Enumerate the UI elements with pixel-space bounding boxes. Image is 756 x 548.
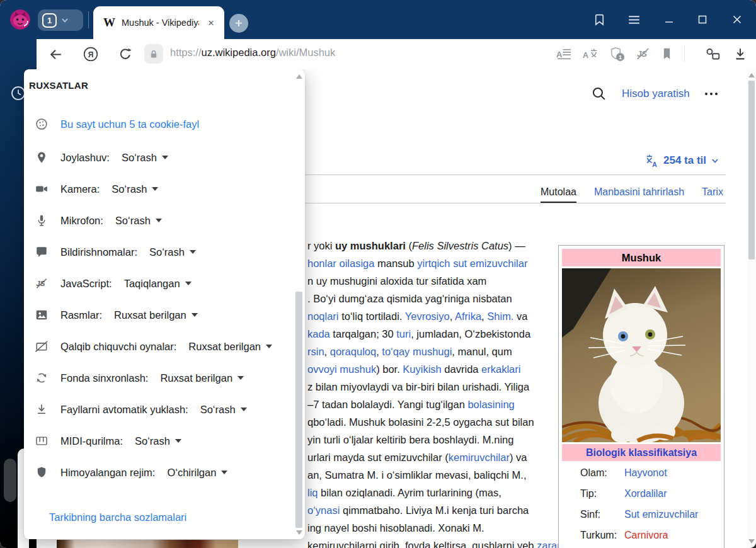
article-text: ,	[376, 346, 382, 357]
translate-icon[interactable]: A	[583, 46, 598, 62]
wiki-tab-manbasini-tahrirlash[interactable]: Manbasini tahrirlash	[594, 186, 684, 203]
window-minimize-button[interactable]	[663, 13, 675, 26]
permission-row: MIDI-qurilma:So‘rash	[35, 433, 181, 449]
article-link[interactable]: kemiruvchilar	[449, 452, 510, 463]
address-bar-url[interactable]: https://uz.wikipedia.org/wiki/Mushuk	[170, 47, 335, 59]
reader-mode-icon[interactable]: A	[556, 46, 572, 62]
taxobox-row-link[interactable]: Carnivora	[624, 530, 668, 544]
article-line: urlari mayda sut emizuvchilar (kemiruvch…	[307, 448, 527, 466]
permission-value-dropdown[interactable]: So‘rash	[149, 246, 196, 258]
wiki-tab-mutolaa[interactable]: Mutolaa	[541, 186, 576, 203]
dropdown-caret-icon	[241, 408, 247, 411]
permission-value-dropdown[interactable]: So‘rash	[115, 215, 162, 227]
permission-value-dropdown[interactable]: Ruxsat berilgan	[114, 309, 198, 321]
popup-window-icon	[35, 340, 49, 353]
protect-shield-icon[interactable]: 1	[609, 46, 624, 62]
permission-value-dropdown[interactable]: Ruxsat berilgan	[160, 372, 244, 384]
permission-value-dropdown[interactable]: So‘rash	[135, 435, 181, 447]
reload-button[interactable]	[117, 46, 134, 62]
article-link[interactable]: rsin	[307, 346, 324, 357]
article-text: . Bo‘yi dumg‘aza qismida yag‘riniga nisb…	[307, 293, 512, 304]
content-divider-top	[296, 174, 726, 175]
back-button[interactable]	[48, 47, 64, 62]
article-link[interactable]: qoraquloq	[330, 346, 376, 357]
page-scrollbar[interactable]	[747, 69, 756, 548]
article-link[interactable]: turi	[396, 328, 411, 340]
collections-bookmark-icon[interactable]	[592, 12, 607, 28]
toolbar-separator	[684, 47, 685, 62]
article-link[interactable]: Shim.	[487, 311, 513, 322]
new-tab-button[interactable]: +	[229, 14, 248, 33]
taxobox-row-link[interactable]: Xordalilar	[624, 488, 667, 502]
tab-group-counter[interactable]: 1	[38, 9, 83, 31]
article-link[interactable]: bolasining	[467, 399, 514, 410]
browser-tab-mushuk[interactable]: W Mushuk - Vikipediya ×	[93, 6, 224, 39]
bookmark-flag-icon[interactable]	[659, 46, 675, 62]
permission-row: Kamera:So‘rash	[35, 181, 158, 197]
javascript-blocked-icon[interactable]: JS	[635, 46, 651, 62]
permission-value-dropdown[interactable]: Taqiqlangan	[124, 278, 192, 290]
kitten-photo[interactable]	[562, 268, 721, 442]
permission-value-dropdown[interactable]: So‘rash	[112, 183, 158, 195]
more-options-icon[interactable]	[705, 93, 718, 95]
permission-row: Joylashuv:So‘rash	[35, 149, 168, 166]
menu-hamburger-icon[interactable]	[626, 12, 642, 28]
svg-text:A: A	[652, 161, 657, 168]
taxobox-row: Turkum:Carnivora	[580, 530, 668, 544]
language-selector[interactable]: A 254 ta til	[644, 153, 719, 168]
tab-close-icon[interactable]: ×	[205, 16, 217, 30]
background-sync-icon	[35, 371, 49, 385]
taxobox-row-label: Olam:	[580, 467, 624, 481]
panel-scroll-down-icon[interactable]	[296, 530, 302, 535]
taxobox-row-link[interactable]: Sut emizuvchilar	[624, 509, 698, 523]
article-link[interactable]: Afrika	[455, 311, 481, 322]
wiki-search-icon[interactable]	[591, 86, 607, 101]
article-text: bilan oziqlanadi. Ayrim turlarining (mas…	[318, 487, 501, 498]
wiki-tab-tarix[interactable]: Tarix	[702, 186, 723, 203]
article-link[interactable]: kada	[307, 328, 330, 340]
window-close-button[interactable]	[731, 13, 743, 26]
article-link[interactable]: erkaklari	[481, 363, 520, 375]
article-line: –7 tadan bolalaydi. Yangi tug‘ilgan bola…	[307, 396, 515, 413]
article-link[interactable]: Kuyikish	[403, 363, 441, 375]
permission-value-dropdown[interactable]: So‘rash	[122, 152, 168, 164]
article-text: ,	[450, 311, 455, 322]
taxobox-row-link[interactable]: Hayvonot	[624, 467, 667, 481]
page-scrollbar-thumb[interactable]	[748, 81, 755, 260]
article-link[interactable]: yirtqich sut emizuvchilar	[417, 258, 527, 269]
article-link[interactable]: to‘qay mushugi	[382, 346, 452, 357]
dropdown-caret-icon	[156, 219, 162, 222]
scroll-down-icon[interactable]	[748, 539, 755, 544]
dropdown-caret-icon	[192, 313, 198, 317]
cookies-link[interactable]: Bu sayt uchun 5 ta cookie-fayl	[60, 118, 199, 130]
panel-scroll-up-icon[interactable]	[296, 74, 302, 79]
article-text: , manul, qum	[452, 346, 512, 357]
panel-scrollbar-thumb[interactable]	[295, 292, 302, 528]
permission-value-dropdown[interactable]: Ruxsat berilgan	[188, 341, 272, 353]
create-account-link[interactable]: Hisob yaratish	[622, 88, 690, 100]
url-path: /wiki/Mushuk	[276, 47, 335, 58]
panel-heading: RUXSATLAR	[29, 80, 88, 91]
background-scroll-handle[interactable]	[4, 459, 16, 502]
article-link[interactable]: honlar oilasiga	[307, 258, 374, 269]
article-line: . Bo‘yi dumg‘aza qismida yag‘riniga nisb…	[307, 290, 512, 307]
content-settings-link[interactable]: Tarkibning barcha sozlamalari	[49, 511, 186, 523]
permission-value-dropdown[interactable]: So‘rash	[200, 404, 247, 416]
password-manager-icon[interactable]	[704, 46, 720, 62]
site-lock-button[interactable]	[144, 44, 163, 64]
article-link[interactable]: o‘ynasi	[307, 505, 340, 516]
permission-value-dropdown[interactable]: O‘chirilgan	[167, 467, 227, 479]
scroll-up-icon[interactable]	[748, 73, 755, 77]
article-link[interactable]: ovvoyi mushuk	[307, 363, 376, 375]
article-link[interactable]: Yevrosiyo	[405, 311, 450, 322]
permission-label: Himoyalangan rejim:	[60, 467, 155, 479]
profile-avatar[interactable]	[10, 9, 30, 30]
dropdown-caret-icon	[238, 376, 244, 380]
article-link[interactable]: liq	[307, 487, 318, 498]
article-link[interactable]: noqlari	[307, 311, 339, 322]
downloads-icon[interactable]	[732, 46, 748, 62]
taxobox-row: Olam:Hayvonot	[580, 467, 667, 481]
yandex-services-icon[interactable]: Я	[83, 46, 99, 62]
window-maximize-button[interactable]	[696, 13, 709, 26]
article-link[interactable]: zarar	[537, 540, 561, 548]
